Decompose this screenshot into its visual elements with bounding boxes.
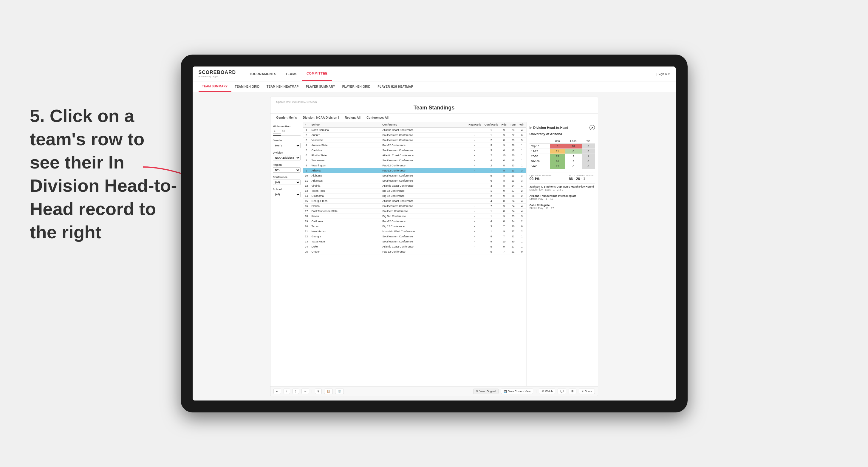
h2h-cell-loss: 0	[565, 164, 582, 169]
table-row[interactable]: 4 Arizona State Pac-12 Conference - 3 9 …	[303, 143, 526, 148]
cell-conf-rank: 1	[483, 214, 500, 219]
table-row[interactable]: 25 Oregon Pac-12 Conference - 5 7 21 0	[303, 249, 526, 254]
save-custom-view-button[interactable]: 💾 Save Custom View	[501, 388, 533, 394]
h2h-close-button[interactable]: ✕	[589, 125, 595, 130]
share-button[interactable]: ↗ Share	[579, 388, 595, 394]
cell-tour: 24	[508, 183, 518, 188]
table-row[interactable]: 18 Illinois Big Ten Conference - 1 9 23 …	[303, 214, 526, 219]
h2h-cell-tie: 0	[582, 159, 595, 164]
school-select[interactable]: (All)	[273, 192, 301, 197]
table-row[interactable]: 16 Florida Southeastern Conference - 7 9…	[303, 204, 526, 209]
table-row[interactable]: 10 Alabama Southeastern Conference - 5 8…	[303, 173, 526, 178]
cell-conference: Pac-12 Conference	[380, 143, 467, 148]
cell-conference: Atlantic Coast Conference	[380, 183, 467, 188]
table-row[interactable]: 20 Texas Big 12 Conference - 3 7 20 0	[303, 224, 526, 229]
region-select[interactable]: N/A	[273, 167, 301, 173]
view-original-button[interactable]: 👁 View: Original	[473, 388, 499, 394]
copy-button[interactable]: ⎘	[315, 388, 322, 394]
cell-conference: Southeastern Conference	[380, 133, 467, 138]
table-row[interactable]: 3 Vanderbilt Southeastern Conference - 2…	[303, 138, 526, 143]
nav-tournaments[interactable]: TOURNAMENTS	[245, 66, 281, 81]
table-row[interactable]: 2 Auburn Southeastern Conference - 1 9 2…	[303, 133, 526, 138]
col-reg-rank: Reg Rank	[467, 122, 483, 128]
h2h-header: In Division Head-to-Head ✕	[530, 125, 595, 130]
step-back-button[interactable]: ⟨	[284, 388, 290, 394]
tab-team-summary[interactable]: TEAM SUMMARY	[198, 82, 231, 92]
tab-player-h2h-grid[interactable]: PLAYER H2H GRID	[339, 82, 374, 92]
cell-win: 1	[518, 239, 526, 244]
table-row[interactable]: 24 Duke Atlantic Coast Conference - 5 9 …	[303, 244, 526, 249]
cell-rank: 2	[303, 133, 310, 138]
min-rounds-input[interactable]	[273, 129, 281, 134]
cell-reg-rank: -	[467, 244, 483, 249]
cell-rds: 8	[500, 168, 508, 173]
min-rounds-slider[interactable]	[273, 135, 301, 136]
table-row[interactable]: 23 Texas A&M Southeastern Conference - 9…	[303, 239, 526, 244]
table-row[interactable]: 5 Ole Miss Southeastern Conference - 3 6…	[303, 148, 526, 153]
comment-button[interactable]: 💬	[558, 388, 566, 394]
table-row[interactable]: 12 Virginia Atlantic Coast Conference - …	[303, 183, 526, 188]
nav-committee[interactable]: COMMITTEE	[302, 66, 332, 81]
tab-team-h2h-heatmap[interactable]: TEAM H2H HEATMAP	[263, 82, 302, 92]
cell-rank: 20	[303, 224, 310, 229]
tab-player-summary[interactable]: PLAYER SUMMARY	[302, 82, 339, 92]
cell-conference: Southeastern Conference	[380, 138, 467, 143]
cell-rank: 25	[303, 249, 310, 254]
panel-header: Update time: 27/03/2024 16:56:26 Team St…	[271, 97, 598, 114]
table-row[interactable]: 7 Tennessee Southeastern Conference - 4 …	[303, 158, 526, 163]
cell-rds: 10	[500, 153, 508, 158]
table-row[interactable]: 15 Georgia Tech Atlantic Coast Conferenc…	[303, 198, 526, 204]
tournament-pos: 1	[553, 188, 555, 191]
cell-reg-rank: -	[467, 173, 483, 178]
watch-button[interactable]: 👁 Watch	[539, 388, 555, 394]
cell-reg-rank: -	[467, 178, 483, 183]
redo-button[interactable]: ↪	[302, 388, 309, 394]
cell-reg-rank: -	[467, 148, 483, 153]
h2h-team-name: University of Arizona	[530, 132, 595, 136]
division-select[interactable]: NCAA Division I NCAA Division II NCAA Di…	[273, 155, 301, 160]
h2h-col-loss: Loss	[565, 139, 582, 144]
conference-select[interactable]: (All)	[273, 180, 301, 185]
cell-conf-rank: 1	[483, 128, 500, 133]
table-row[interactable]: 22 Georgia Southeastern Conference - 8 7…	[303, 234, 526, 239]
cell-win: 1	[518, 183, 526, 188]
cell-conf-rank: 5	[483, 244, 500, 249]
cell-tour: 18	[508, 158, 518, 163]
cell-conference: Southeastern Conference	[380, 234, 467, 239]
cell-tour: 23	[508, 163, 518, 168]
cell-tour: 30	[508, 239, 518, 244]
clock-button[interactable]: 🕐	[335, 388, 344, 394]
h2h-opponents-stat: Opponents in division: 99.1%	[530, 174, 553, 181]
tab-team-h2h-grid[interactable]: TEAM H2H GRID	[231, 82, 263, 92]
sign-out-button[interactable]: | Sign out	[656, 72, 670, 76]
table-row[interactable]: 11 Arkansas Southeastern Conference - 6 …	[303, 178, 526, 183]
h2h-cell-label: 11-25	[530, 149, 550, 154]
conference-label: Conference	[273, 176, 301, 179]
cell-win: 1	[518, 148, 526, 153]
paste-button[interactable]: 📋	[324, 388, 333, 394]
cell-rds: 7	[500, 234, 508, 239]
table-row[interactable]: 6 Florida State Atlantic Coast Conferenc…	[303, 153, 526, 158]
table-row[interactable]: 14 Oklahoma Big 12 Conference - 2 9 26 2	[303, 193, 526, 198]
step-forward-button[interactable]: ⟩	[292, 388, 299, 394]
cell-conf-rank: -	[483, 168, 500, 173]
table-row[interactable]: 21 New Mexico Mountain West Conference -…	[303, 229, 526, 234]
table-row[interactable]: 19 California Pac-12 Conference - 4 8 24…	[303, 219, 526, 224]
nav-teams[interactable]: TEAMS	[281, 66, 302, 81]
table-row[interactable]: 13 Texas Tech Big 12 Conference - 1 9 27…	[303, 188, 526, 193]
undo-button[interactable]: ↩	[273, 388, 281, 394]
tablet-screen: SCOREBOARD Powered by clippd TOURNAMENTS…	[193, 66, 676, 401]
table-row[interactable]: 8 Washington Pac-12 Conference - 2 8 23 …	[303, 163, 526, 168]
cell-school: Florida	[310, 204, 381, 209]
sep1: |	[312, 389, 312, 393]
gender-select[interactable]: Men's Women's	[273, 143, 301, 148]
cell-rds: 8	[500, 163, 508, 168]
cell-rds: 9	[500, 204, 508, 209]
cell-win: 2	[518, 188, 526, 193]
tab-player-h2h-heatmap[interactable]: PLAYER H2H HEATMAP	[374, 82, 416, 92]
table-row[interactable]: 9 Arizona Pac-12 Conference - - 8 23 3	[303, 168, 526, 173]
table-row[interactable]: 1 North Carolina Atlantic Coast Conferen…	[303, 128, 526, 133]
school-group: School (All)	[273, 188, 301, 197]
table-row[interactable]: 17 East Tennessee State Southern Confere…	[303, 209, 526, 214]
grid-button[interactable]: ⊞	[569, 388, 577, 394]
